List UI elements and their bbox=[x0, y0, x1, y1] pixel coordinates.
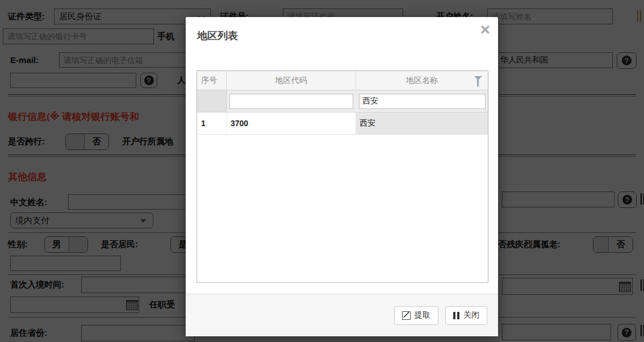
column-header-code[interactable]: 地区代码 bbox=[227, 71, 356, 90]
page: 证件类型: 居民身份证 证件号: 开户姓名: 手机 E-mail: ? ? 人员… bbox=[0, 0, 644, 342]
pause-icon bbox=[453, 312, 459, 319]
region-table: 序号 地区代码 地区名称 1 3700 西安 bbox=[196, 70, 488, 283]
table-row[interactable]: 1 3700 西安 bbox=[197, 112, 488, 135]
filter-funnel-icon[interactable] bbox=[474, 76, 482, 80]
row-code-cell: 3700 bbox=[227, 112, 356, 134]
table-filter-row bbox=[197, 90, 488, 112]
row-name-cell: 西安 bbox=[356, 112, 488, 134]
extract-button[interactable]: 提取 bbox=[394, 306, 438, 325]
column-header-no[interactable]: 序号 bbox=[197, 71, 227, 90]
column-header-name[interactable]: 地区名称 bbox=[356, 71, 488, 90]
close-button-label: 关闭 bbox=[463, 310, 479, 320]
close-icon[interactable]: × bbox=[480, 19, 490, 40]
code-filter-input[interactable] bbox=[229, 94, 353, 109]
region-list-dialog: 地区列表 × 序号 地区代码 地区名称 1 3700 西安 bbox=[186, 17, 498, 336]
edit-icon bbox=[402, 311, 411, 320]
filter-spacer-cell bbox=[197, 90, 227, 112]
dialog-footer: 提取 关闭 bbox=[186, 294, 498, 336]
name-filter-input[interactable] bbox=[359, 94, 486, 109]
table-header-row: 序号 地区代码 地区名称 bbox=[197, 71, 488, 90]
row-no-cell: 1 bbox=[197, 112, 227, 134]
dialog-title: 地区列表 bbox=[197, 29, 238, 43]
extract-button-label: 提取 bbox=[415, 310, 430, 320]
close-button[interactable]: 关闭 bbox=[445, 306, 487, 325]
